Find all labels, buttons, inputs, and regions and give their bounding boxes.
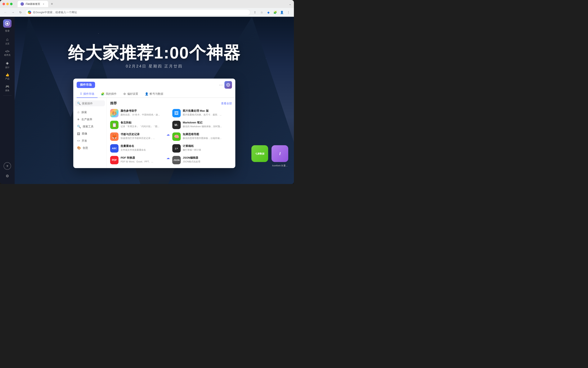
google-icon — [28, 11, 31, 14]
qimai-icon: 七麦数据 — [251, 145, 268, 162]
plugin-title-tag: 插件市场 — [77, 82, 95, 88]
plugin-mindmap-name: 知犀思维导图 — [183, 132, 232, 136]
view-all-link[interactable]: 查看全部 — [221, 102, 232, 105]
plugin-rename-desc: 文件或文件夹批量重命名 — [121, 148, 170, 152]
reload-button[interactable]: ↻ — [18, 9, 23, 15]
plugin-item-color[interactable]: 🎨 颜色参考助手 颜色信息、UI 色卡、中国传统色・故... — [110, 109, 170, 118]
account-tab-icon: 👤 — [145, 92, 149, 96]
plugin-markdown-desc: 极佳的 Markdown 编辑体验，实时预... — [183, 125, 232, 128]
share-icon[interactable]: ⇧ — [252, 9, 258, 15]
tab-favicon: i — [20, 2, 24, 6]
account-icon[interactable]: 👤 — [279, 9, 285, 15]
grid-icon: ⠿ — [80, 92, 82, 96]
plugin-markdown-info: Markdown 笔记 极佳的 Markdown 编辑体验，实时预... — [183, 121, 232, 128]
minimize-button[interactable] — [6, 3, 9, 5]
sidebar-login-label: 登录 — [5, 29, 10, 32]
nav-item-explore[interactable]: ☆ 探索 — [75, 109, 105, 116]
nav-item-search-tools[interactable]: 🔍 搜索工具 — [75, 123, 105, 130]
plugin-item-bookmark[interactable]: 🦊 书签与历史记录 快速查找打开书签和历史记录，... ☁ — [110, 132, 170, 141]
plugin-image-info: 图片批量处理 Mac 版 图片批量格式转换、改尺寸、裁剪、... — [183, 109, 232, 116]
sidebar-add-button[interactable]: + — [4, 162, 11, 170]
sidebar-item-product[interactable]: 👍 产品 — [2, 71, 13, 82]
plugin-calc-name: 计算稿纸 — [183, 144, 232, 148]
plugin-item-rename[interactable]: ABC 批量重命名 文件或文件夹批量重命名 — [110, 144, 170, 153]
sidebar-item-game[interactable]: 🎮 摸鱼 — [2, 83, 13, 94]
plugin-header: 插件市场 ⋯ — [73, 79, 235, 89]
markdown-plugin-icon: M↓ — [172, 121, 181, 129]
maximize-button[interactable] — [10, 3, 13, 5]
nav-creative-label: 创意 — [83, 146, 88, 150]
search-nav-icon: 🔍 — [77, 125, 81, 129]
plugin-tabs: ⠿ 插件市场 🧩 我的插件 ⚙ 偏好设置 👤 帐号与数据 — [73, 89, 235, 98]
plugin-nav: 🔍 ☆ 探索 ✈ 生产效率 🔍 搜索工具 — [73, 98, 107, 168]
nav-item-productivity[interactable]: ✈ 生产效率 — [75, 116, 105, 123]
plugin-item-calc[interactable]: ±× 计算稿纸 像打草稿一样计算 — [172, 144, 232, 153]
plugin-note-name: 备忘快贴 — [121, 121, 170, 124]
plugin-calc-desc: 像打草稿一样计算 — [183, 148, 232, 152]
nav-item-dev[interactable]: <> 开发 — [75, 137, 105, 144]
plugin-json-name: JSON编辑器 — [183, 156, 232, 160]
sidebar-home-label: 主页 — [5, 42, 9, 45]
tab-plugin-market[interactable]: ⠿ 插件市场 — [77, 90, 97, 98]
plugin-rename-info: 批量重命名 文件或文件夹批量重命名 — [121, 144, 170, 152]
new-tab-button[interactable]: + — [49, 1, 55, 7]
main-content: 登录 ⌂ 主页 </> 程序员 ◈ 设计 👍 产品 🎮 摸鱼 + — [0, 17, 294, 184]
plugin-pdf-info: PDF 转换器 PDF 转 Word、Excel、PPT、... — [121, 156, 164, 163]
profile-icon[interactable]: ◆ — [265, 9, 271, 15]
extension-icon[interactable]: 🧩 — [272, 9, 278, 15]
plugin-item-json[interactable]: JSON JSON编辑器 JSON格式化处理 — [172, 156, 232, 165]
star-icon: ☆ — [77, 110, 80, 114]
sidebar-item-design[interactable]: ◈ 设计 — [2, 59, 13, 70]
menu-icon[interactable]: ⋮ — [286, 9, 291, 15]
plugin-json-desc: JSON格式化处理 — [183, 160, 232, 163]
tab-my-plugins[interactable]: 🧩 我的插件 — [97, 90, 120, 98]
hero-title: 给大家推荐1:00个神器 — [29, 44, 280, 62]
back-button[interactable]: ← — [2, 9, 8, 15]
plugin-item-note[interactable]: 📋 备忘快贴 记录「常用文本」「代码片段」「图... — [110, 120, 170, 129]
home-icon: ⌂ — [6, 37, 9, 42]
cloud-upload-icon: ☁ — [167, 132, 170, 137]
tab-dropdown-button[interactable]: ⌄ — [289, 2, 291, 6]
iconfont-label: Iconfont-矢量... — [272, 164, 288, 167]
hero-text-block: 给大家推荐1:00个神器 02月24日 星期四 正月廿四 — [29, 44, 280, 69]
nav-dev-label: 开发 — [82, 139, 87, 143]
sidebar-item-home[interactable]: ⌂ 主页 — [2, 36, 13, 47]
right-apps: 七麦数据 I Iconfont-矢量... — [251, 145, 288, 167]
nav-item-image[interactable]: 🖼 图像 — [75, 130, 105, 137]
plugin-mindmap-desc: 极佳的思维导图作图体验，云端存储... — [183, 137, 232, 140]
tab-account[interactable]: 👤 帐号与数据 — [141, 90, 167, 98]
tab-bar: i iTab新标签页 × + — [18, 1, 287, 7]
plugin-menu-dots[interactable]: ⋯ — [219, 83, 223, 87]
active-tab[interactable]: i iTab新标签页 × — [18, 1, 48, 7]
plugin-note-desc: 记录「常用文本」「代码片段」「图... — [121, 125, 170, 128]
plugin-item-pdf[interactable]: PDF PDF 转换器 PDF 转 Word、Excel、PPT、... ☁ — [110, 156, 170, 165]
forward-button[interactable]: → — [10, 9, 16, 15]
address-bar: ← → ↻ 在Google中搜索，或者输入一个网址 ⇧ ☆ ◆ 🧩 👤 ⋮ — [0, 8, 294, 17]
close-button[interactable] — [2, 3, 5, 5]
plugin-popup: 插件市场 ⋯ ⠿ 插件市场 — [73, 79, 235, 168]
plugin-item-markdown[interactable]: M↓ Markdown 笔记 极佳的 Markdown 编辑体验，实时预... — [172, 120, 232, 129]
plugin-mindmap-info: 知犀思维导图 极佳的思维导图作图体验，云端存储... — [183, 132, 232, 140]
app-item-qimai[interactable]: 七麦数据 — [251, 145, 268, 167]
plugin-bookmark-info: 书签与历史记录 快速查找打开书签和历史记录，... — [121, 132, 164, 140]
sidebar-settings-button[interactable]: ⚙ — [4, 172, 11, 180]
tab-preferences[interactable]: ⚙ 偏好设置 — [120, 90, 141, 98]
plugin-main-area: 推荐 查看全部 🎨 颜色参考助手 颜色信息、UI 色卡、中国传统色・故... — [107, 98, 235, 168]
nav-item-creative[interactable]: 🎨 创意 — [75, 144, 105, 152]
background-area: 给大家推荐1:00个神器 02月24日 星期四 正月廿四 🐾 uTools，新一… — [15, 17, 294, 184]
bookmark-icon[interactable]: ☆ — [259, 9, 265, 15]
plugin-item-mindmap[interactable]: 🧠 知犀思维导图 极佳的思维导图作图体验，云端存储... — [172, 132, 232, 141]
code-icon: </> — [5, 50, 9, 53]
tab-close-button[interactable]: × — [42, 2, 45, 6]
nav-productivity-label: 生产效率 — [81, 118, 92, 121]
plugin-item-image[interactable]: 🖼 图片批量处理 Mac 版 图片批量格式转换、改尺寸、裁剪、... — [172, 109, 232, 118]
app-item-iconfont[interactable]: I Iconfont-矢量... — [272, 145, 288, 167]
plugin-search-bar[interactable]: 🔍 — [75, 100, 105, 106]
sidebar-item-developer[interactable]: </> 程序员 — [2, 47, 13, 58]
plugin-search-input[interactable] — [82, 102, 103, 105]
sidebar-divider — [3, 95, 11, 96]
title-bar: i iTab新标签页 × + ⌄ — [0, 0, 294, 8]
plugin-header-right: ⋯ — [219, 81, 232, 89]
rename-plugin-icon: ABC — [110, 144, 118, 153]
address-input[interactable]: 在Google中搜索，或者输入一个网址 — [25, 9, 250, 16]
